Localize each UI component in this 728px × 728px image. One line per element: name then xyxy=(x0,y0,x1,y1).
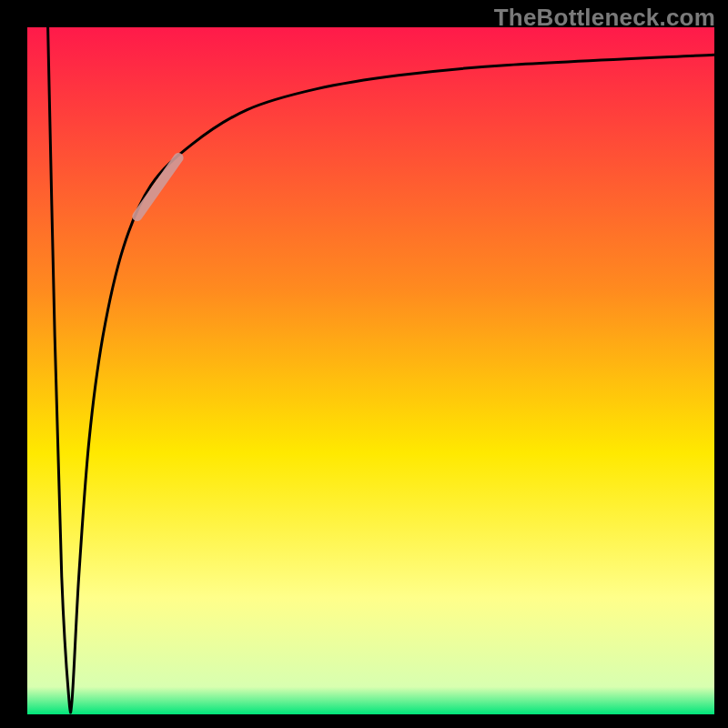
gradient-background xyxy=(27,27,714,714)
chart-frame: TheBottleneck.com xyxy=(0,0,728,728)
chart-svg xyxy=(27,27,714,714)
plot-area xyxy=(27,27,714,714)
